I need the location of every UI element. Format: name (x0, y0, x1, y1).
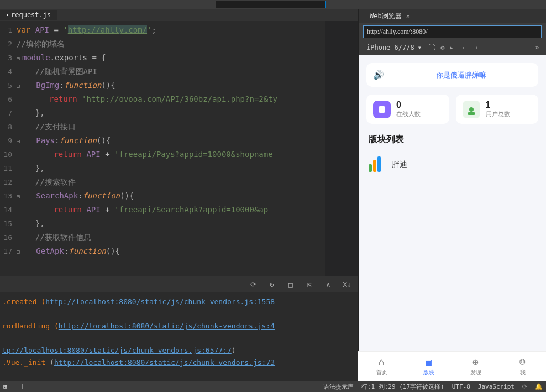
nav-home[interactable]: ⌂ 首页 (358, 352, 405, 381)
nav-label: 版块 (423, 369, 434, 377)
nav-label: 发现 (470, 369, 481, 377)
phone-tab-nav: ⌂ 首页 ▦ 版块 ⊕ 发现 ☺ 我 (358, 351, 546, 381)
status-position[interactable]: 行:1 列:29 (17字符被选择) (361, 383, 444, 391)
gear-icon[interactable]: ⚙ (438, 44, 447, 51)
minimap[interactable] (325, 21, 358, 276)
bell-icon[interactable]: 🔔 (535, 383, 543, 390)
status-language[interactable]: JavaScript (478, 383, 514, 390)
nav-me[interactable]: ☺ 我 (499, 352, 546, 381)
line-number: 3 (0, 51, 17, 65)
nav-blocks[interactable]: ▦ 版块 (405, 352, 452, 381)
line-number: 2 (0, 37, 17, 51)
line-number: 13 (0, 189, 17, 203)
stat-value: 1 (486, 100, 510, 110)
reload-icon[interactable]: ↻ (267, 280, 276, 289)
sync-icon[interactable]: ⟳ (522, 383, 527, 390)
browser-tab[interactable]: Web浏览器 ✕ (364, 9, 416, 23)
section-title: 版块列表 (366, 134, 538, 145)
line-number: 12 (0, 175, 17, 189)
status-icon[interactable]: ⊞ (3, 383, 7, 390)
nav-label: 我 (520, 369, 526, 377)
console-output[interactable]: .created (http://localhost:8080/static/j… (0, 292, 358, 381)
editor-tab[interactable]: request.js (0, 10, 57, 20)
line-number: 5 (0, 79, 17, 92)
export-icon[interactable]: ⇱ (305, 280, 314, 289)
nav-discover[interactable]: ⊕ 发现 (452, 352, 499, 381)
url-input[interactable] (363, 25, 542, 38)
url-bar (359, 23, 546, 40)
modified-dot-icon (7, 14, 8, 16)
line-number: 6 (0, 92, 17, 106)
browser-panel: Web浏览器 ✕ iPhone 6/7/8 ▾ ⛶ ⚙ ▸_ ← → » 🔊 (358, 9, 546, 381)
user-icon (463, 101, 480, 118)
notice-text: 你是傻逼胖娣嘛 (391, 70, 532, 80)
status-syntax[interactable]: 语法提示库 (323, 383, 354, 391)
nav-label: 首页 (376, 369, 387, 377)
stat-label: 用户总数 (486, 110, 510, 118)
line-number: 15 (0, 217, 17, 231)
notice-card[interactable]: 🔊 你是傻逼胖娣嘛 (366, 63, 538, 87)
status-encoding[interactable]: UTF-8 (452, 383, 470, 390)
line-number: 10 (0, 148, 17, 161)
line-number: 9 (0, 134, 17, 148)
line-number: 16 (0, 231, 17, 244)
stat-label: 在线人数 (396, 110, 421, 118)
editor-tab-bar: request.js (0, 9, 358, 21)
phone-content: 🔊 你是傻逼胖娣嘛 0 在线人数 1 (359, 55, 546, 184)
line-gutter: 1 2 3 4 5 6 7 8 9 10 11 12 13 14 15 16 1… (0, 21, 17, 276)
rotate-icon[interactable]: ⛶ (427, 44, 436, 51)
device-label: iPhone 6/7/8 (366, 44, 414, 51)
stat-value: 0 (396, 100, 421, 110)
line-number: 1 (0, 23, 17, 37)
console-toolbar: ⟳ ↻ □ ⇱ ∧ X↓ (0, 276, 358, 292)
collapse-icon[interactable]: ∧ (324, 280, 333, 289)
speaker-icon: 🔊 (373, 70, 384, 80)
more-icon[interactable]: » (533, 44, 542, 51)
person-icon: ☺ (519, 356, 526, 368)
stop-icon[interactable]: □ (286, 280, 295, 289)
line-number: 8 (0, 120, 17, 134)
line-number: 4 (0, 65, 17, 79)
chart-icon (369, 156, 385, 173)
close-icon[interactable]: ✕ (406, 12, 410, 20)
online-icon (373, 101, 391, 118)
stat-online[interactable]: 0 在线人数 (366, 95, 449, 124)
close-icon[interactable]: X↓ (343, 280, 351, 289)
home-icon: ⌂ (379, 356, 385, 368)
list-item-label: 胖迪 (392, 160, 407, 170)
back-icon[interactable]: ← (460, 44, 469, 51)
tab-label: request.js (11, 11, 51, 19)
line-number: 14 (0, 203, 17, 217)
device-toolbar: iPhone 6/7/8 ▾ ⛶ ⚙ ▸_ ← → » (359, 40, 546, 55)
top-menu-bar (0, 0, 546, 9)
stat-users[interactable]: 1 用户总数 (456, 95, 539, 124)
browser-tab-bar: Web浏览器 ✕ (359, 9, 546, 23)
line-number: 7 (0, 106, 17, 120)
browser-tab-label: Web浏览器 (370, 12, 402, 21)
line-number: 17 (0, 244, 17, 258)
forward-icon[interactable]: → (471, 44, 480, 51)
device-select[interactable]: iPhone 6/7/8 ▾ (363, 43, 425, 53)
phone-preview[interactable]: 🔊 你是傻逼胖娣嘛 0 在线人数 1 (359, 55, 546, 381)
discover-icon: ⊕ (473, 356, 479, 368)
console-icon[interactable]: ▸_ (449, 44, 458, 51)
stats-row: 0 在线人数 1 用户总数 (366, 95, 538, 124)
grid-icon: ▦ (426, 356, 432, 368)
main-area: request.js 1 2 3 4 5 6 7 8 9 10 11 12 13… (0, 9, 546, 381)
code-area[interactable]: 1 2 3 4 5 6 7 8 9 10 11 12 13 14 15 16 1… (0, 21, 358, 276)
line-number: 11 (0, 161, 17, 175)
list-item[interactable]: 胖迪 (366, 153, 538, 176)
status-box-icon[interactable] (15, 384, 23, 389)
code-content[interactable]: var API = 'http://ahlly.com/'; //填你的域名 ⊟… (17, 21, 325, 276)
restart-icon[interactable]: ⟳ (249, 280, 258, 289)
status-bar: ⊞ 语法提示库 行:1 列:29 (17字符被选择) UTF-8 JavaScr… (0, 381, 546, 392)
chevron-down-icon: ▾ (418, 44, 422, 51)
editor-panel: request.js 1 2 3 4 5 6 7 8 9 10 11 12 13… (0, 9, 358, 381)
top-search-input[interactable] (216, 1, 326, 8)
